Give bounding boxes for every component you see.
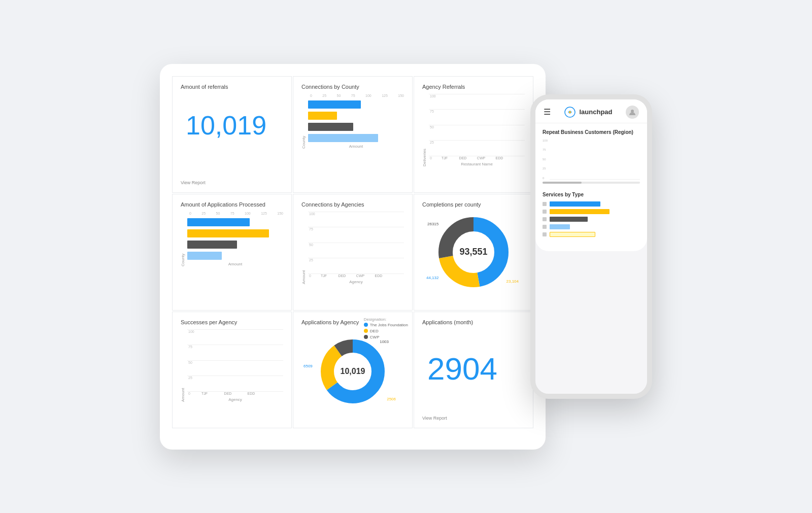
card-title-apps-month: Applications (month) [422,319,525,325]
bar [308,100,361,109]
phone-scrollbar[interactable] [543,182,640,184]
view-report-apps[interactable]: View Report [422,416,447,421]
phone-scrollbar-thumb [543,182,582,184]
card-title-successes: Successes per Agency [181,319,283,325]
phone-avatar[interactable] [626,106,639,119]
card-title-connections-agencies: Connections by Agencies [301,201,404,208]
x-axis-agency: Agency [308,280,404,284]
bar-label: CWP [356,274,364,278]
phone-device: ☰ launchpad [530,94,652,399]
donut-center-completions: 93,551 [459,247,487,257]
tick: 150 [277,212,283,215]
tick: 0 [189,212,191,215]
card-title-completions: Completions per county [422,201,525,208]
card-applications-agency: Applications by Agency Designation: The … [293,312,413,428]
phone-section-repeat-business: Repeat Business Customers (Region) 100 7… [543,129,640,184]
phone-h-bar-row [543,209,640,214]
tick: 100 [365,94,371,97]
seg-label-yellow: 2506 [387,397,396,401]
tick: 125 [261,212,267,215]
bar-label: TJF [201,392,208,395]
bar-group: EDD [373,273,384,278]
tick: 150 [398,94,404,97]
card-title-applications: Amount of Applications Processed [181,201,283,208]
bar [187,252,222,260]
phone-y-tick: 100 [543,139,548,142]
svg-point-7 [569,111,571,113]
legend-dot-tjf [364,323,368,327]
completions-donut: 93,551 26315 44,132 23,104 [422,212,525,293]
card-amount-referrals: Amount of referrals 10,019 View Report [172,76,292,193]
x-axis-restaurant: Restaurant Name [429,162,525,166]
phone-logo-text: launchpad [579,108,612,116]
card-applications-month: Applications (month) 2904 View Report [414,312,533,428]
scene: Amount of referrals 10,019 View Report C… [160,64,652,450]
phone-services-bars [543,201,640,237]
donut-label-dark: 26315 [427,222,438,226]
tick: 75 [351,94,355,97]
successes-bars: TJF DED EDD [197,329,283,395]
apps-agency-donut: 10,019 6509 2506 1003 [301,333,404,409]
bar-label: TJF [321,274,327,278]
bar-row [308,134,404,142]
hamburger-icon[interactable]: ☰ [544,107,551,117]
phone-h-bar-row [543,232,640,237]
bar-group: TJF [197,391,212,395]
phone-y-tick: 25 [543,167,548,170]
bar-label: DED [459,156,467,160]
phone-h-bar [550,232,595,237]
bar [187,229,269,237]
view-report-referrals[interactable]: View Report [181,180,206,185]
phone-h-bar-row [543,224,640,229]
bar-group: EDD [494,155,505,160]
x-axis-amount: Amount [187,262,283,266]
phone-y-tick: 0 [543,177,548,180]
donut-label-blue: 44,132 [426,276,438,280]
legend-label-tjf: The Jobs Foundation [370,323,408,327]
apps-donut-center: 10,019 [341,367,365,376]
y-axis-amount-2: Amount [181,329,185,402]
phone-section-services: Services by Type [543,192,640,237]
tick: 50 [216,212,220,215]
bar-row [308,100,404,109]
card-completions-county: Completions per county 93,551 26315 [414,194,533,311]
bar-group: DED [457,155,468,160]
bar-row [308,123,404,131]
card-successes-agency: Successes per Agency Amount 100 75 50 25… [172,312,292,428]
tick: 0 [310,94,312,97]
phone-section-title-repeat: Repeat Business Customers (Region) [543,129,640,135]
tick: 25 [201,212,206,215]
phone-section-title-services: Services by Type [543,192,640,197]
bar-group: DED [336,273,348,278]
legend-item-tjf: The Jobs Foundation [364,323,408,327]
donut-center-apps: 10,019 [341,367,365,376]
phone-logo: launchpad [564,106,612,118]
phone-h-bar-bg [543,232,547,236]
connections-agencies-bars: TJF DED CWP [318,212,404,278]
bar-group: CWP [355,273,366,278]
apps-month-number: 2904 [427,351,525,387]
card-title-referrals: Amount of referrals [181,84,283,90]
phone-h-bar-bg [543,210,547,214]
bar-group: EDD [244,391,258,395]
agency-referrals-bars: TJF DED CWP [439,94,525,160]
y-axis-county: County [301,94,306,149]
tablet-dashboard: Amount of referrals 10,019 View Report C… [160,64,546,450]
phone-repeat-bars [550,139,640,180]
bar-row [187,218,283,226]
phone-h-bar-row [543,217,640,222]
tick: 100 [245,212,251,215]
bar-group: TJF [439,155,450,160]
bar [308,123,353,131]
donut-label-yellow: 23,104 [506,279,519,284]
phone-h-bar-bg [543,217,547,221]
seg-label-dark: 1003 [380,339,389,344]
x-axis-county: Amount [308,144,404,149]
referrals-big-number: 10,019 [186,110,283,141]
applications-processed-bars [187,218,283,260]
bar-row [308,112,404,120]
card-title-agency-referrals: Agency Referrals [422,84,525,90]
legend-label-ded: DED [370,329,379,333]
phone-y-tick: 75 [543,148,548,151]
legend-item-ded: DED [364,329,408,333]
